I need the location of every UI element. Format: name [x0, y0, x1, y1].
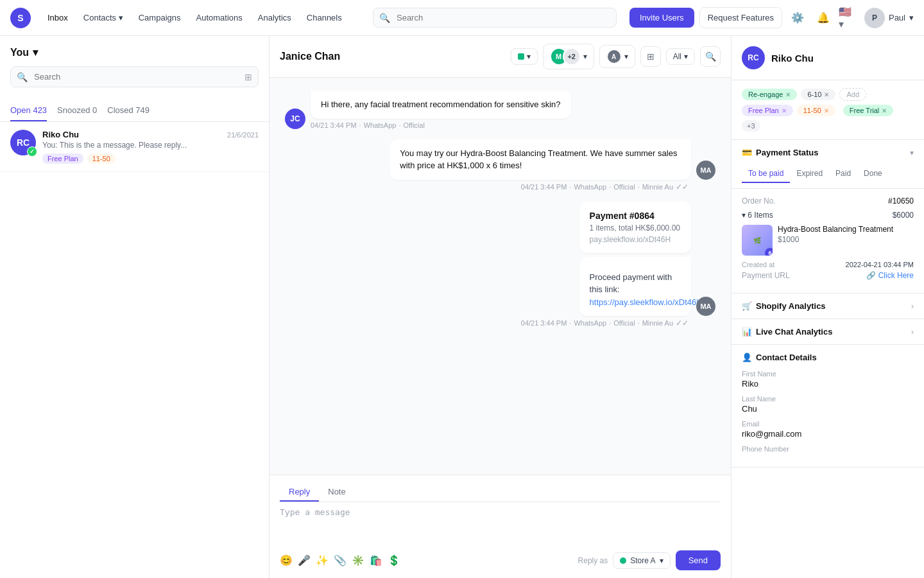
product-image: 🌿 6	[742, 225, 773, 256]
remove-tag-icon[interactable]: ✕	[882, 107, 887, 114]
payment-status-header[interactable]: 💳 Payment Status ▾	[732, 140, 924, 165]
chat-search-icon[interactable]: 🔍	[700, 46, 721, 67]
message-input[interactable]	[280, 507, 721, 543]
tag-11-50-right[interactable]: 11-50 ✕	[797, 105, 835, 116]
remove-tag-icon[interactable]: ✕	[824, 107, 829, 114]
ptab-expired[interactable]: Expired	[790, 165, 829, 183]
payment-message: Payment #0864 1 items, total HK$6,000.00…	[579, 202, 691, 317]
payment-url-link[interactable]: https://pay.sleekflow.io/xDt46H	[590, 297, 703, 307]
attachment-icon[interactable]: 📎	[334, 554, 346, 566]
contact-details-icon: 👤	[742, 353, 752, 362]
contact-info: Riko Chu 21/6/2021 You: This is the a me…	[42, 130, 259, 164]
nav-campaigns[interactable]: Campaigns	[132, 9, 187, 26]
payment-row: MA Payment #0864 1 items, total HK$6,000…	[556, 202, 715, 317]
message-incoming: Hi there, any facial treatment recommend…	[311, 91, 571, 129]
channel-selector[interactable]: ▾	[511, 48, 538, 65]
nav-analytics[interactable]: Analytics	[252, 9, 298, 26]
tags-row: Re-engage ✕ 6-10 ✕ Add Free Plan ✕ 11-50…	[742, 88, 914, 132]
store-selector[interactable]: Store A ▾	[613, 552, 670, 569]
chat-header: Janice Chan ▾ M +2 ▾ A ▾	[270, 36, 731, 78]
template-icon[interactable]: ✳️	[352, 554, 364, 566]
search-input[interactable]	[373, 8, 617, 28]
message-bubble-out: You may try our Hydra-Boost Balancing Tr…	[389, 139, 691, 180]
nav-automations[interactable]: Automations	[190, 9, 249, 26]
chat-filter-icon[interactable]: ⊞	[640, 46, 661, 67]
phone-field: Phone Number	[742, 445, 914, 453]
outgoing-meta: 04/21 3:44 PM · WhatsApp · Official · Mi…	[521, 182, 689, 191]
contact-tags-area: Re-engage ✕ 6-10 ✕ Add Free Plan ✕ 11-50…	[732, 80, 924, 140]
assignee-selector[interactable]: A ▾	[599, 45, 635, 68]
payment-icon[interactable]: 💲	[388, 554, 400, 566]
payment-title: Payment #0864	[590, 211, 681, 221]
order-no-value: #10650	[888, 197, 914, 206]
contact-details-header[interactable]: 👤 Contact Details	[742, 353, 914, 362]
tab-open[interactable]: Open 423	[10, 100, 47, 121]
cart-icon[interactable]: 🛍️	[370, 554, 382, 566]
contact-search-input[interactable]	[10, 66, 259, 87]
filter-icon[interactable]: ⊞	[244, 72, 252, 82]
link-icon: 🔗	[866, 271, 876, 280]
agent-avatar-payment: MA	[696, 297, 715, 316]
notifications-icon-btn[interactable]: 🔔	[813, 8, 834, 28]
message-bubble: Hi there, any facial treatment recommend…	[311, 91, 571, 119]
remove-tag-icon[interactable]: ✕	[824, 91, 829, 98]
nav-inbox[interactable]: Inbox	[41, 9, 74, 26]
email-value: riko@gmail.com	[742, 429, 914, 439]
product-price: $1000	[778, 235, 914, 244]
payment-internal-link: pay.sleekflow.io/xDt46H	[590, 235, 681, 244]
ai-icon[interactable]: ✨	[316, 554, 329, 566]
emoji-icon[interactable]: 😊	[280, 554, 293, 566]
store-name: Store A	[630, 556, 655, 565]
search-icon: 🔍	[379, 13, 390, 23]
nav-contacts[interactable]: Contacts ▾	[77, 9, 130, 26]
tag-free-plan-right[interactable]: Free Plan ✕	[742, 105, 793, 116]
main-layout: You ▾ 🔍 ⊞ Open 423 Snoozed 0 Closed 749 …	[0, 36, 924, 578]
global-search: 🔍	[373, 8, 617, 28]
channel-chevron-icon: ▾	[527, 52, 531, 61]
you-chevron-icon: ▾	[33, 46, 38, 58]
tab-note[interactable]: Note	[319, 483, 354, 502]
tag-6-10[interactable]: 6-10 ✕	[801, 89, 835, 100]
tab-reply[interactable]: Reply	[280, 483, 319, 502]
ptab-paid[interactable]: Paid	[829, 165, 857, 183]
remove-tag-icon[interactable]: ✕	[782, 107, 787, 114]
contact-details-title: Contact Details	[756, 353, 817, 362]
payment-url-value[interactable]: 🔗 Click Here	[866, 271, 914, 280]
left-panel: You ▾ 🔍 ⊞ Open 423 Snoozed 0 Closed 749 …	[0, 36, 270, 578]
incoming-avatar: JC	[285, 109, 305, 129]
product-row: 🌿 6 Hydra-Boost Balancing Treatment $100…	[742, 225, 914, 256]
language-selector[interactable]: 🇺🇸 ▾	[839, 8, 859, 28]
contact-search-bar: 🔍 ⊞	[10, 66, 259, 87]
user-menu[interactable]: P Paul ▾	[864, 8, 914, 28]
request-features-button[interactable]: Request Features	[699, 7, 782, 28]
contact-name-row: Riko Chu 21/6/2021	[42, 130, 259, 139]
payment-status-section: 💳 Payment Status ▾ To be paid Expired Pa…	[732, 140, 924, 293]
live-chat-analytics-section[interactable]: 📊 Live Chat Analytics ›	[732, 319, 924, 345]
send-button[interactable]: Send	[676, 550, 721, 570]
audio-icon[interactable]: 🎤	[298, 554, 311, 566]
add-tag-button[interactable]: Add	[839, 88, 866, 101]
outgoing-row: MA You may try our Hydra-Boost Balancing…	[285, 139, 715, 180]
items-row[interactable]: ▾ 6 Items $6000	[742, 211, 914, 220]
all-filter-dropdown[interactable]: All ▾	[666, 48, 695, 65]
last-name-field: Last Name Chu	[742, 395, 914, 414]
remove-tag-icon[interactable]: ✕	[785, 91, 791, 98]
payment-bubble: Payment #0864 1 items, total HK$6,000.00…	[579, 202, 691, 253]
ptab-done[interactable]: Done	[857, 165, 889, 183]
you-label: You	[10, 47, 29, 58]
ptab-to-be-paid[interactable]: To be paid	[742, 165, 790, 183]
last-name-value: Chu	[742, 404, 914, 414]
tab-snoozed[interactable]: Snoozed 0	[57, 100, 97, 121]
more-tags[interactable]: +3	[742, 120, 760, 132]
app-logo[interactable]: S	[10, 8, 31, 28]
tag-re-engage[interactable]: Re-engage ✕	[742, 89, 797, 100]
invite-users-button[interactable]: Invite Users	[629, 8, 694, 28]
agent-avatar-group[interactable]: M +2 ▾	[543, 44, 594, 69]
tab-closed[interactable]: Closed 749	[107, 100, 150, 121]
you-dropdown[interactable]: You ▾	[10, 46, 259, 58]
nav-channels[interactable]: Channels	[300, 9, 348, 26]
settings-icon-btn[interactable]: ⚙️	[787, 8, 808, 28]
tag-free-trial[interactable]: Free Trial ✕	[843, 105, 893, 116]
shopify-analytics-section[interactable]: 🛒 Shopify Analytics ›	[732, 293, 924, 319]
contact-item[interactable]: RC ✓ Riko Chu 21/6/2021 You: This is the…	[0, 122, 269, 172]
